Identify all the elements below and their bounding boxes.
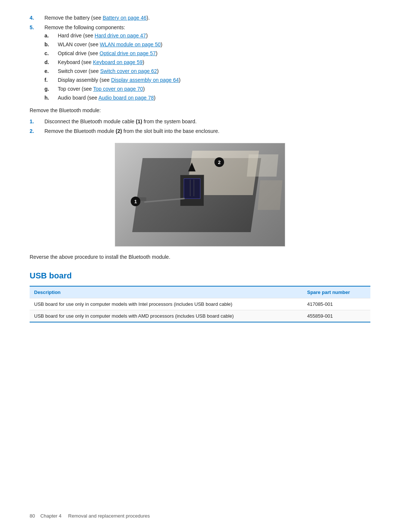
step-4-num: 4. (30, 15, 44, 21)
table-cell-description: USB board for use only in computer model… (30, 298, 303, 310)
sub-item-g: g. Top cover (see Top cover on page 70) (44, 86, 370, 92)
sub-label-b: b. (44, 41, 58, 47)
sub-content-f: Display assembly (see Display assembly o… (58, 77, 181, 83)
usb-board-title: USB board (30, 271, 370, 281)
step-4-text: Remove the battery (see (44, 15, 103, 21)
board-detail-right (247, 154, 278, 177)
step-5-num: 5. (30, 24, 44, 104)
optical-drive-link[interactable]: Optical drive on page 57 (100, 50, 156, 56)
sub-item-e: e. Switch cover (see Switch cover on pag… (44, 68, 370, 74)
arrow-up-icon (188, 163, 196, 171)
bt-step-1: 1. Disconnect the Bluetooth module cable… (30, 118, 370, 124)
sub-label-f: f. (44, 77, 58, 83)
sub-label-h: h. (44, 95, 58, 101)
sub-label-d: d. (44, 59, 58, 65)
sub-label-e: e. (44, 68, 58, 74)
diagram: 1 2 (115, 143, 285, 247)
sub-item-c: c. Optical drive (see Optical drive on p… (44, 50, 370, 56)
step-4-end: ). (147, 15, 150, 21)
sub-components-list: a. Hard drive (see Hard drive on page 47… (44, 33, 370, 101)
switch-cover-link[interactable]: Switch cover on page 62 (100, 68, 157, 74)
sub-label-a: a. (44, 33, 58, 39)
page-footer: 80 Chapter 4 Removal and replacement pro… (30, 513, 150, 519)
bt-step-1-bold: (1) (136, 118, 142, 124)
badge-2: 2 (214, 157, 224, 167)
col-part-number-header: Spare part number (303, 286, 370, 298)
bt-step-2-bold: (2) (116, 128, 122, 134)
step-5-content: Remove the following components: a. Hard… (44, 24, 370, 104)
bt-step-1-text: Disconnect the Bluetooth module cable (44, 118, 136, 124)
col-description-header: Description (30, 286, 303, 298)
table-cell-part-number: 455859-001 (303, 310, 370, 322)
bt-step-1-num: 1. (30, 118, 44, 124)
sub-label-g: g. (44, 86, 58, 92)
reverse-text: Reverse the above procedure to install t… (30, 254, 370, 260)
top-cover-link[interactable]: Top cover on page 70 (93, 86, 143, 92)
module-line2 (194, 180, 194, 196)
table-header-row: Description Spare part number (30, 286, 370, 298)
bt-step-2-text: Remove the Bluetooth module (44, 128, 116, 134)
parts-table: Description Spare part number USB board … (30, 286, 370, 322)
table-cell-description: USB board for use only in computer model… (30, 310, 303, 322)
parts-table-body: USB board for use only in computer model… (30, 298, 370, 322)
sub-content-h: Audio board (see Audio board on page 78) (58, 95, 156, 101)
step-5: 5. Remove the following components: a. H… (30, 24, 370, 104)
table-row: USB board for use only in computer model… (30, 298, 370, 310)
bt-step-2-content: Remove the Bluetooth module (2) from the… (44, 128, 370, 134)
battery-link[interactable]: Battery on page 46 (103, 15, 146, 21)
audio-board-link[interactable]: Audio board on page 78 (99, 95, 154, 101)
table-cell-part-number: 417085-001 (303, 298, 370, 310)
sub-content-c: Optical drive (see Optical drive on page… (58, 50, 157, 56)
footer-chapter-title: Removal and replacement procedures (68, 513, 150, 519)
page-content: 4. Remove the battery (see Battery on pa… (30, 15, 370, 496)
module-line1 (190, 180, 190, 196)
sub-content-a: Hard drive (see Hard drive on page 47) (58, 33, 148, 39)
sub-content-d: Keyboard (see Keyboard on page 59) (58, 59, 144, 65)
step-4: 4. Remove the battery (see Battery on pa… (30, 15, 370, 21)
step-5-text: Remove the following components: (44, 24, 125, 30)
sub-item-b: b. WLAN cover (see WLAN module on page 5… (44, 41, 370, 47)
bluetooth-module (184, 178, 200, 199)
keyboard-link[interactable]: Keyboard on page 59 (93, 59, 143, 65)
bt-step-2: 2. Remove the Bluetooth module (2) from … (30, 128, 370, 134)
step-4-content: Remove the battery (see Battery on page … (44, 15, 370, 21)
sub-item-d: d. Keyboard (see Keyboard on page 59) (44, 59, 370, 65)
sub-content-b: WLAN cover (see WLAN module on page 50) (58, 41, 162, 47)
wlan-link[interactable]: WLAN module on page 50 (100, 41, 161, 47)
sub-item-a: a. Hard drive (see Hard drive on page 47… (44, 33, 370, 39)
footer-chapter: Chapter 4 (40, 513, 61, 519)
bt-step-1-text2: from the system board. (142, 118, 197, 124)
footer-page: 80 (30, 513, 35, 519)
bt-step-2-num: 2. (30, 128, 44, 134)
bt-step-1-content: Disconnect the Bluetooth module cable (1… (44, 118, 370, 124)
display-assembly-link[interactable]: Display assembly on page 64 (111, 77, 179, 83)
sub-item-f: f. Display assembly (see Display assembl… (44, 77, 370, 83)
sub-content-g: Top cover (see Top cover on page 70) (58, 86, 145, 92)
sub-label-c: c. (44, 50, 58, 56)
sub-content-e: Switch cover (see Switch cover on page 6… (58, 68, 159, 74)
table-row: USB board for use only in computer model… (30, 310, 370, 322)
badge-1: 1 (131, 197, 140, 206)
diagram-container: 1 2 (30, 143, 370, 247)
bluetooth-intro: Remove the Bluetooth module: (30, 107, 370, 113)
hard-drive-link[interactable]: Hard drive on page 47 (95, 33, 146, 39)
sub-item-h: h. Audio board (see Audio board on page … (44, 95, 370, 101)
board-detail-bottom (258, 180, 283, 210)
bt-step-2-text2: from the slot built into the base enclos… (122, 128, 219, 134)
